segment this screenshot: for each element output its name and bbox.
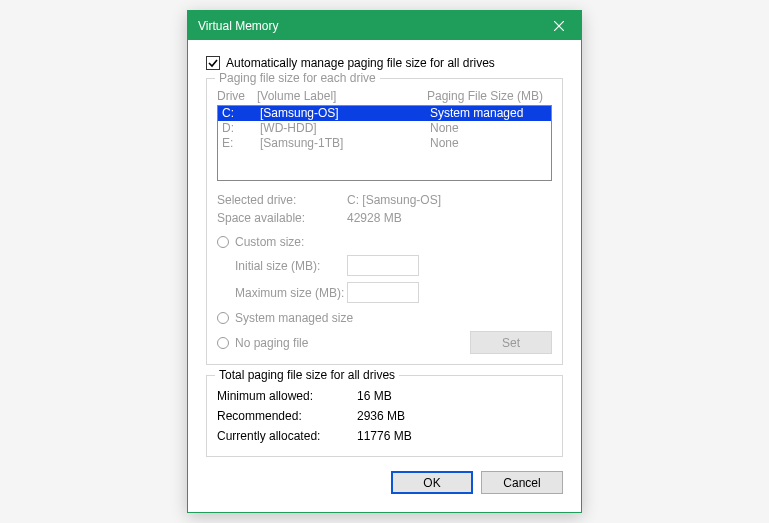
- space-available-value: 42928 MB: [347, 209, 552, 227]
- titlebar: Virtual Memory: [188, 11, 581, 40]
- system-managed-label: System managed size: [235, 311, 353, 325]
- cancel-button[interactable]: Cancel: [481, 471, 563, 494]
- close-button[interactable]: [537, 11, 581, 40]
- system-managed-radio[interactable]: System managed size: [217, 311, 552, 325]
- drive-row[interactable]: E: [Samsung-1TB] None: [218, 136, 551, 151]
- radio-circle: [217, 312, 229, 324]
- header-volume: [Volume Label]: [257, 89, 427, 103]
- drive-size: System managed: [428, 106, 551, 121]
- no-paging-label: No paging file: [235, 336, 308, 350]
- drive-volume: [WD-HDD]: [258, 121, 428, 136]
- drive-fieldset-legend: Paging file size for each drive: [215, 71, 380, 85]
- header-drive: Drive: [217, 89, 257, 103]
- dialog-title: Virtual Memory: [198, 19, 537, 33]
- drive-row[interactable]: D: [WD-HDD] None: [218, 121, 551, 136]
- max-size-row: Maximum size (MB):: [217, 282, 552, 303]
- drive-list[interactable]: C: [Samsung-OS] System managed D: [WD-HD…: [217, 105, 552, 181]
- ok-button[interactable]: OK: [391, 471, 473, 494]
- no-paging-radio[interactable]: No paging file: [217, 336, 308, 350]
- radio-circle: [217, 337, 229, 349]
- custom-size-radio[interactable]: Custom size:: [217, 235, 552, 249]
- checkbox-box: [206, 56, 220, 70]
- set-button[interactable]: Set: [470, 331, 552, 354]
- drive-size: None: [428, 136, 551, 151]
- currently-allocated-label: Currently allocated:: [217, 426, 357, 446]
- total-fieldset-legend: Total paging file size for all drives: [215, 368, 399, 382]
- auto-manage-label: Automatically manage paging file size fo…: [226, 56, 495, 70]
- currently-allocated-value: 11776 MB: [357, 426, 552, 446]
- selected-drive-value: C: [Samsung-OS]: [347, 191, 552, 209]
- recommended-value: 2936 MB: [357, 406, 552, 426]
- recommended-label: Recommended:: [217, 406, 357, 426]
- min-allowed-value: 16 MB: [357, 386, 552, 406]
- button-bar: OK Cancel: [206, 471, 563, 494]
- drive-letter: E:: [218, 136, 258, 151]
- auto-manage-checkbox[interactable]: Automatically manage paging file size fo…: [206, 56, 563, 70]
- drive-letter: C:: [218, 106, 258, 121]
- drive-row[interactable]: C: [Samsung-OS] System managed: [218, 106, 551, 121]
- header-size: Paging File Size (MB): [427, 89, 552, 103]
- drive-size: None: [428, 121, 551, 136]
- checkmark-icon: [208, 58, 218, 68]
- drive-fieldset: Paging file size for each drive Drive [V…: [206, 78, 563, 365]
- initial-size-row: Initial size (MB):: [217, 255, 552, 276]
- drive-volume: [Samsung-OS]: [258, 106, 428, 121]
- max-size-input[interactable]: [347, 282, 419, 303]
- virtual-memory-dialog: Virtual Memory Automatically manage pagi…: [187, 10, 582, 513]
- total-fieldset: Total paging file size for all drives Mi…: [206, 375, 563, 457]
- radio-circle: [217, 236, 229, 248]
- selected-drive-info: Selected drive: C: [Samsung-OS] Space av…: [217, 191, 552, 227]
- dialog-content: Automatically manage paging file size fo…: [188, 40, 581, 512]
- initial-size-label: Initial size (MB):: [217, 259, 347, 273]
- custom-size-label: Custom size:: [235, 235, 304, 249]
- drive-letter: D:: [218, 121, 258, 136]
- space-available-label: Space available:: [217, 209, 347, 227]
- max-size-label: Maximum size (MB):: [217, 286, 347, 300]
- min-allowed-label: Minimum allowed:: [217, 386, 357, 406]
- drive-volume: [Samsung-1TB]: [258, 136, 428, 151]
- initial-size-input[interactable]: [347, 255, 419, 276]
- close-icon: [554, 21, 564, 31]
- selected-drive-label: Selected drive:: [217, 191, 347, 209]
- drive-list-header: Drive [Volume Label] Paging File Size (M…: [217, 89, 552, 103]
